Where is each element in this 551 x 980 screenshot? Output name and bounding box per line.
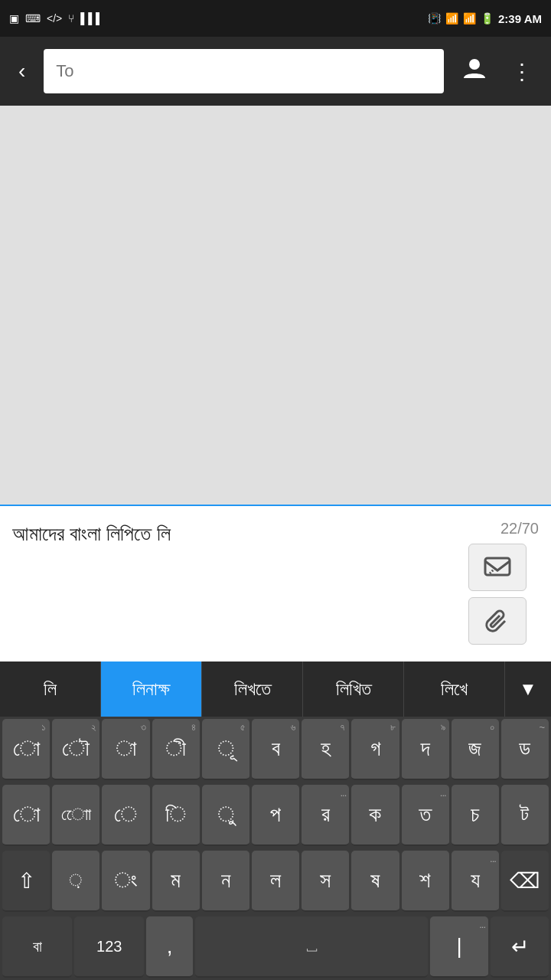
wifi-icon: 📶 <box>445 12 458 24</box>
keyboard-row-4: বা 123 , ⎵ ...| ↵ <box>0 914 551 980</box>
space-key[interactable]: ⎵ <box>195 916 428 978</box>
key-o1[interactable]: ১ো <box>2 719 50 780</box>
status-time: 2:39 AM <box>498 12 542 25</box>
key-y[interactable]: ...য <box>452 851 499 912</box>
keyboard-icon: ⌨ <box>25 12 41 24</box>
message-area <box>0 106 551 505</box>
key-uu5[interactable]: ৫ূ <box>202 719 249 780</box>
suggestions-row: লি লিনাক্ষ লিখতে লিখিত লিখে ▼ <box>0 662 551 717</box>
key-m[interactable]: ম <box>152 851 200 912</box>
enter-key[interactable]: ↵ <box>491 916 549 978</box>
contact-button[interactable] <box>456 51 493 93</box>
backspace-key[interactable]: ⌫ <box>501 851 549 912</box>
character-count: 22/70 <box>493 517 539 537</box>
attach-button[interactable] <box>468 597 527 645</box>
key-g8[interactable]: ৮গ <box>351 719 399 780</box>
keyboard-row-1: ১ো ২ৌ ৩া ৪ী ৫ূ ৬ব ৭হ ৮গ ৯দ ০জ ~ড <box>0 717 551 782</box>
key-ou2[interactable]: ২ৌ <box>52 719 99 780</box>
compose-actions <box>468 537 539 651</box>
key-b6[interactable]: ৬ব <box>252 719 299 780</box>
suggestion-li[interactable]: লি <box>0 662 101 717</box>
comma-key[interactable]: , <box>146 916 193 978</box>
barcode-icon: ▌▌▌ <box>80 12 103 24</box>
usb-icon: ⑂ <box>68 12 74 24</box>
screen-icon: ▣ <box>9 12 19 24</box>
shift-key[interactable]: ⇧ <box>2 851 50 912</box>
key-i[interactable]: ি <box>152 785 200 846</box>
key-u[interactable]: ু <box>202 785 249 846</box>
key-r[interactable]: ...র <box>302 785 349 846</box>
key-k[interactable]: ক <box>351 785 399 846</box>
key-o-circ[interactable]: োো <box>52 785 99 846</box>
suggestion-linaksha[interactable]: লিনাক্ষ <box>101 662 202 717</box>
key-nukta[interactable]: ় <box>52 851 99 912</box>
send-button[interactable] <box>468 544 527 591</box>
key-anusvara[interactable]: ং <box>102 851 149 912</box>
key-ss[interactable]: ষ <box>351 851 399 912</box>
key-l[interactable]: ল <box>252 851 299 912</box>
keyboard: ১ো ২ৌ ৩া ৪ী ৫ূ ৬ব ৭হ ৮গ ৯দ ০জ ~ড ো োো ে … <box>0 717 551 980</box>
key-d9[interactable]: ৯দ <box>402 719 449 780</box>
status-right-icons: 📳 📶 📶 🔋 2:39 AM <box>428 12 542 25</box>
code-icon: </> <box>47 12 62 24</box>
svg-line-2 <box>490 569 494 573</box>
svg-rect-1 <box>485 558 510 575</box>
suggestion-likhe[interactable]: লিখে <box>404 662 505 717</box>
signal-icon: 📶 <box>463 12 476 24</box>
suggestions-dropdown[interactable]: ▼ <box>505 662 551 717</box>
key-tt[interactable]: ট <box>501 785 549 846</box>
key-ii4[interactable]: ৪ী <box>152 719 200 780</box>
compose-area: আমাদের বাংলা লিপিতে লি 22/70 <box>0 505 551 662</box>
svg-point-0 <box>469 59 480 70</box>
suggestion-likhte[interactable]: লিখতে <box>202 662 303 717</box>
back-button[interactable]: ‹ <box>12 53 31 90</box>
status-bar: ▣ ⌨ </> ⑂ ▌▌▌ 📳 📶 📶 🔋 2:39 AM <box>0 0 551 37</box>
key-h7[interactable]: ৭হ <box>302 719 349 780</box>
numeric-key[interactable]: 123 <box>74 916 144 978</box>
key-j0[interactable]: ০জ <box>452 719 499 780</box>
key-sh[interactable]: শ <box>402 851 449 912</box>
bangla-key[interactable]: বা <box>2 916 72 978</box>
status-left-icons: ▣ ⌨ </> ⑂ ▌▌▌ <box>9 12 103 24</box>
battery-icon: 🔋 <box>481 12 494 24</box>
compose-text[interactable]: আমাদের বাংলা লিপিতে লি <box>12 517 468 547</box>
key-e[interactable]: ে <box>102 785 149 846</box>
keyboard-row-2: ো োো ে ি ু প ...র ক ...ত চ ট <box>0 782 551 848</box>
key-p[interactable]: প <box>252 785 299 846</box>
nav-bar: ‹ ⋮ <box>0 37 551 106</box>
key-s[interactable]: স <box>302 851 349 912</box>
key-n[interactable]: ন <box>202 851 249 912</box>
to-input[interactable] <box>44 49 444 93</box>
vibrate-icon: 📳 <box>428 12 441 24</box>
suggestion-likhit[interactable]: লিখিত <box>303 662 404 717</box>
key-ch[interactable]: চ <box>452 785 499 846</box>
key-aa3[interactable]: ৩া <box>102 719 149 780</box>
more-options-button[interactable]: ⋮ <box>505 53 539 90</box>
key-t[interactable]: ...ত <box>402 785 449 846</box>
pipe-key[interactable]: ...| <box>430 916 488 978</box>
keyboard-row-3: ⇧ ় ং ম ন ল স ষ শ ...য ⌫ <box>0 848 551 914</box>
key-o-long[interactable]: ো <box>2 785 50 846</box>
key-dd[interactable]: ~ড <box>501 719 549 780</box>
